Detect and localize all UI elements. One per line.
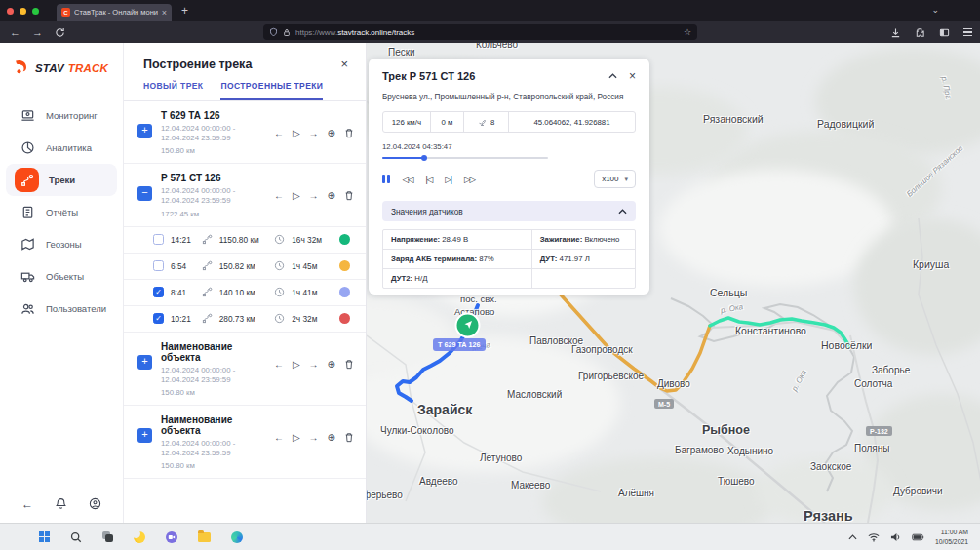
tab-new-track[interactable]: НОВЫЙ ТРЕК: [143, 81, 203, 100]
wifi-icon[interactable]: [868, 532, 880, 542]
delete-track-icon[interactable]: [344, 432, 354, 443]
next-point-icon[interactable]: →: [309, 128, 319, 138]
track-segment-row[interactable]: 8:41 140.10 км 1ч 41м: [124, 280, 366, 306]
sidebar-item-reports[interactable]: Отчёты: [6, 196, 117, 228]
collapse-panel-icon[interactable]: [608, 73, 617, 79]
vehicle-marker[interactable]: [454, 312, 481, 338]
step-back-icon[interactable]: |◁: [426, 175, 433, 184]
firefox-icon[interactable]: [134, 531, 145, 543]
reload-button[interactable]: [55, 27, 65, 38]
map-canvas[interactable]: КольчевоПескиРязановскийРадовицкийр. Пра…: [367, 43, 980, 523]
vehicle-plate-badge[interactable]: Т 629 ТА 126: [433, 338, 486, 351]
track-period: 12.04.2024 00:00:00 - 12.04.2024 23:59:5…: [161, 124, 274, 143]
delete-track-icon[interactable]: [344, 190, 354, 201]
menu-button[interactable]: [963, 28, 972, 36]
track-item[interactable]: + Наименование объекта 12.04.2024 00:00:…: [124, 406, 366, 479]
collapse-icon[interactable]: −: [137, 186, 152, 201]
next-point-icon[interactable]: →: [309, 432, 319, 443]
sidebar-toggle-icon[interactable]: [939, 27, 950, 38]
taskbar-clock[interactable]: 11:00 AM 10/05/2021: [935, 528, 968, 545]
bookmark-star-icon[interactable]: ☆: [684, 27, 691, 37]
sidebar-item-users[interactable]: Пользователи: [6, 293, 117, 325]
close-window-button[interactable]: [7, 8, 14, 15]
tab-list-chevron-icon[interactable]: ⌄: [931, 5, 939, 15]
step-forward-icon[interactable]: ▷|: [445, 175, 451, 184]
map-label: Поляны: [854, 443, 890, 453]
play-track-icon[interactable]: ▷: [293, 128, 300, 138]
segment-checkbox[interactable]: [153, 287, 164, 297]
track-item[interactable]: − Р 571 СТ 126 12.04.2024 00:00:00 - 12.…: [124, 164, 366, 226]
maximize-window-button[interactable]: [32, 8, 39, 15]
tab-close-icon[interactable]: ×: [162, 8, 167, 18]
tab-built-tracks[interactable]: ПОСТРОЕННЫЕ ТРЕКИ: [220, 81, 323, 100]
prev-point-icon[interactable]: ←: [274, 359, 284, 370]
search-icon[interactable]: [70, 531, 82, 543]
window-controls[interactable]: [7, 8, 39, 15]
file-explorer-icon[interactable]: [198, 532, 211, 542]
prev-point-icon[interactable]: ←: [274, 128, 284, 138]
battery-icon[interactable]: [912, 533, 924, 541]
track-segment-row[interactable]: 10:21 280.73 км 2ч 32м: [124, 306, 366, 333]
speed-multiplier-select[interactable]: x100 ▾: [594, 170, 636, 188]
playback-slider[interactable]: [382, 157, 548, 159]
track-segment-row[interactable]: 6:54 150.82 км 1ч 45м: [124, 254, 366, 280]
logo-text-track: TRACK: [68, 62, 108, 74]
play-track-icon[interactable]: ▷: [293, 432, 300, 443]
segment-checkbox[interactable]: [153, 260, 164, 271]
forward-button[interactable]: →: [32, 26, 43, 38]
sidebar-item-objects[interactable]: Объекты: [6, 260, 117, 293]
pause-icon[interactable]: [382, 175, 390, 183]
add-geopoint-icon[interactable]: ⊕: [328, 128, 335, 138]
volume-icon[interactable]: [890, 532, 901, 542]
back-button[interactable]: ←: [10, 26, 20, 38]
extensions-icon[interactable]: [915, 27, 925, 38]
collapse-sidebar-icon[interactable]: ←: [21, 497, 33, 511]
sidebar-item-geozones[interactable]: Геозоны: [6, 228, 117, 260]
rewind-icon[interactable]: ◁◁: [403, 175, 413, 184]
play-track-icon[interactable]: ▷: [293, 359, 300, 370]
edge-browser-icon[interactable]: [231, 531, 243, 543]
download-icon[interactable]: [890, 27, 901, 38]
play-track-icon[interactable]: ▷: [293, 190, 300, 201]
add-geopoint-icon[interactable]: ⊕: [328, 432, 335, 443]
delete-track-icon[interactable]: [344, 359, 354, 370]
new-tab-button[interactable]: +: [181, 4, 188, 18]
prev-point-icon[interactable]: ←: [274, 432, 284, 443]
fast-forward-icon[interactable]: ▷▷: [464, 175, 475, 184]
add-geopoint-icon[interactable]: ⊕: [328, 359, 335, 370]
close-detail-icon[interactable]: ×: [629, 71, 636, 81]
lock-icon[interactable]: [283, 28, 291, 37]
minimize-window-button[interactable]: [20, 8, 26, 15]
next-point-icon[interactable]: →: [309, 359, 319, 370]
next-point-icon[interactable]: →: [309, 190, 319, 201]
sidebar-item-analytics[interactable]: Аналитика: [6, 132, 117, 164]
start-button[interactable]: [39, 531, 50, 542]
sensors-section-header[interactable]: Значения датчиков: [382, 201, 636, 221]
profile-icon[interactable]: [89, 497, 101, 510]
track-item[interactable]: + Наименование объекта 12.04.2024 00:00:…: [124, 333, 366, 406]
close-panel-icon[interactable]: ×: [340, 59, 348, 69]
segment-checkbox[interactable]: [153, 234, 164, 245]
sidebar-item-tracks[interactable]: Треки: [6, 164, 117, 196]
sidebar-item-monitoring[interactable]: Мониторинг: [6, 99, 117, 132]
delete-track-icon[interactable]: [344, 128, 354, 138]
expand-icon[interactable]: +: [137, 428, 152, 443]
map-label: Пески: [388, 47, 415, 58]
map-label: Сельцы: [710, 287, 747, 298]
address-bar[interactable]: https://www.stavtrack.online/tracks ☆: [263, 24, 697, 40]
tracking-shield-icon[interactable]: [269, 27, 278, 37]
browser-tab[interactable]: С СтавТрак - Онлайн мониторин ×: [57, 4, 172, 21]
segment-color-dot: [339, 260, 350, 271]
track-item[interactable]: + Т 629 ТА 126 12.04.2024 00:00:00 - 12.…: [124, 101, 366, 164]
notifications-bell-icon[interactable]: [55, 497, 67, 510]
video-call-app-icon[interactable]: [166, 531, 177, 543]
prev-point-icon[interactable]: ←: [274, 190, 284, 201]
task-view-button[interactable]: [102, 531, 113, 542]
segment-checkbox[interactable]: [153, 313, 164, 324]
tab-favicon: С: [61, 8, 70, 17]
track-segment-row[interactable]: 14:21 1150.80 км 16ч 32м: [124, 227, 366, 254]
add-geopoint-icon[interactable]: ⊕: [328, 190, 335, 201]
expand-icon[interactable]: +: [137, 124, 152, 138]
tray-chevron-icon[interactable]: [848, 534, 857, 540]
expand-icon[interactable]: +: [137, 355, 152, 370]
